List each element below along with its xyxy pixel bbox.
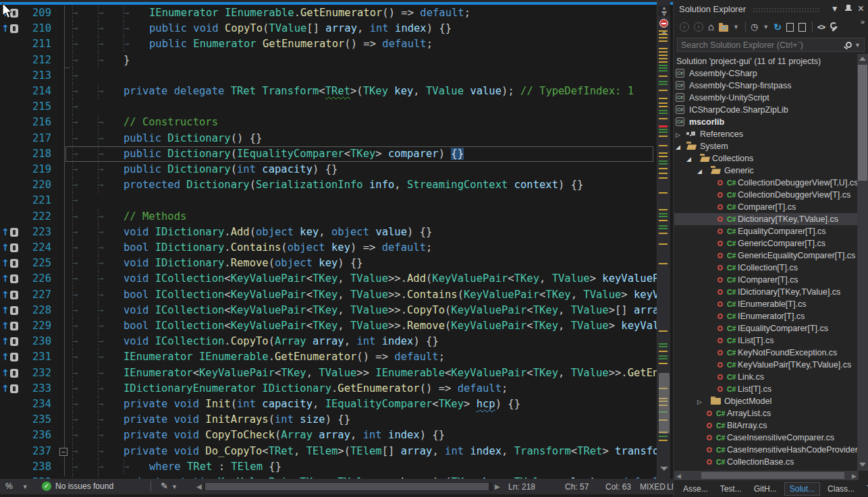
code-line-225[interactable]: ↑225→→void IDictionary.Remove(object key… bbox=[0, 256, 657, 272]
tree-item-icollection-t-cs[interactable]: C#ICollection[T].cs bbox=[674, 262, 859, 274]
tree-item-ienumerable-t-cs[interactable]: C#IEnumerable[T].cs bbox=[674, 298, 859, 310]
interface-implementation-badge-icon[interactable] bbox=[10, 322, 18, 330]
reference-up-arrow-icon[interactable]: ↑ bbox=[1, 320, 9, 331]
code-line-227[interactable]: ↑227→→bool ICollection<KeyValuePair<TKey… bbox=[0, 287, 657, 303]
zoom-percent-control[interactable]: %▼ bbox=[5, 481, 28, 491]
tree-item-caseinsensitivecomparer-cs[interactable]: C#CaseInsensitiveComparer.cs bbox=[674, 432, 859, 444]
tree-item-references[interactable]: ▷References bbox=[674, 128, 859, 140]
tree-item-collectiondebuggerview-t-cs[interactable]: C#CollectionDebuggerView[T].cs bbox=[674, 189, 859, 201]
tree-item-system[interactable]: ◢System bbox=[674, 140, 859, 152]
scrollbar-thumb[interactable] bbox=[659, 373, 670, 434]
formatting-brush-button[interactable]: ✎▼ bbox=[161, 481, 178, 491]
interface-implementation-badge-icon[interactable] bbox=[10, 228, 18, 237]
view-code-icon[interactable]: <> bbox=[817, 22, 825, 32]
code-line-223[interactable]: ↑223→→void IDictionary.Add(object key, o… bbox=[0, 225, 657, 241]
scrollbar-thumb[interactable] bbox=[701, 472, 844, 479]
tree-item-keynotfoundexception-cs[interactable]: C#KeyNotFoundException.cs bbox=[674, 347, 859, 359]
reference-up-arrow-icon[interactable]: ↑ bbox=[1, 383, 9, 394]
code-line-237[interactable]: 237−→→private void Do_CopyTo<TRet, TElem… bbox=[0, 444, 657, 460]
forward-button[interactable]: › bbox=[694, 22, 703, 32]
tree-item-generic[interactable]: ◢Generic bbox=[674, 165, 859, 177]
interface-implementation-badge-icon[interactable] bbox=[10, 337, 18, 346]
tree-item-bitarray-cs[interactable]: C#BitArray.cs bbox=[674, 419, 859, 432]
tree-item-icsharpcode-sharpziplib[interactable]: C#ICSharpCode.SharpZipLib bbox=[674, 104, 859, 116]
fold-collapse-box[interactable]: − bbox=[59, 448, 67, 456]
panel-tab-tea[interactable]: Tea... bbox=[862, 483, 868, 495]
interface-implementation-badge-icon[interactable] bbox=[10, 384, 18, 393]
search-box[interactable]: Search Solution Explorer (Ctrl+¨) ▼ bbox=[677, 38, 865, 52]
tree-item-assembly-csharp[interactable]: C#Assembly-CSharp bbox=[674, 67, 859, 80]
panel-tab-asse[interactable]: Asse... bbox=[678, 483, 713, 495]
tree-item-link-cs[interactable]: C#Link.cs bbox=[674, 371, 859, 383]
code-line-233[interactable]: ↑233→→IDictionaryEnumerator IDictionary.… bbox=[0, 381, 657, 397]
code-line-230[interactable]: ↑230→→void ICollection.CopyTo(Array arra… bbox=[0, 334, 657, 350]
scroll-down-arrow[interactable] bbox=[660, 467, 668, 471]
hscroll-right-arrow[interactable]: ▶ bbox=[852, 473, 857, 479]
tree-item-mscorlib[interactable]: C#mscorlib bbox=[674, 116, 859, 128]
interface-implementation-badge-icon[interactable] bbox=[10, 24, 18, 33]
interface-implementation-badge-icon[interactable] bbox=[10, 243, 18, 252]
panel-tab-class[interactable]: Class... bbox=[823, 483, 859, 495]
tree-item-comparer-t-cs[interactable]: C#Comparer[T].cs bbox=[674, 201, 859, 213]
code-line-220[interactable]: 220→→protected Dictionary(SerializationI… bbox=[0, 177, 657, 194]
code-line-209[interactable]: ↑209→→→IEnumerator IEnumerable.GetEnumer… bbox=[0, 5, 657, 22]
chevron-down-icon[interactable]: ▼ bbox=[763, 22, 769, 32]
code-line-229[interactable]: ↑229→→bool ICollection<KeyValuePair<TKey… bbox=[0, 318, 657, 334]
tree-horizontal-scrollbar[interactable]: ◀ ▶ bbox=[674, 471, 859, 480]
code-line-238[interactable]: 238→→→where TRet : TElem {} bbox=[0, 459, 657, 475]
code-line-235[interactable]: 235→→private void InitArrays(int size) {… bbox=[0, 412, 657, 428]
interface-implementation-badge-icon[interactable] bbox=[10, 369, 18, 378]
panel-tab-gith[interactable]: GitH... bbox=[749, 483, 782, 495]
tree-item-solution-project-gui-11-of-11-projects-[interactable]: Solution 'project-gui' (11 of 11 project… bbox=[674, 55, 859, 67]
scroll-down-arrow[interactable] bbox=[859, 463, 866, 467]
reference-up-arrow-icon[interactable]: ↑ bbox=[1, 368, 9, 378]
reference-up-arrow-icon[interactable]: ↑ bbox=[1, 258, 9, 268]
collapsed-arrow-icon[interactable]: ▷ bbox=[676, 129, 680, 141]
tree-item-keyvaluepair-tkey-tvalue-cs[interactable]: C#KeyValuePair[TKey,TValue].cs bbox=[674, 359, 859, 371]
hscroll-left-arrow[interactable]: ◀ bbox=[676, 473, 681, 479]
hscroll-right-arrow[interactable]: ▶ bbox=[495, 483, 500, 490]
editor-horizontal-scrollbar[interactable] bbox=[204, 482, 493, 491]
collapse-all-icon[interactable] bbox=[786, 23, 794, 32]
reference-up-arrow-icon[interactable]: ↑ bbox=[1, 242, 9, 253]
tree-item-genericequalitycomparer-t-cs[interactable]: C#GenericEqualityComparer[T].cs bbox=[674, 250, 859, 262]
tree-item-collectionbase-cs[interactable]: C#CollectionBase.cs bbox=[674, 456, 859, 468]
solution-explorer-header[interactable]: Solution Explorer ▼ × bbox=[674, 0, 868, 18]
scrollbar-thumb[interactable] bbox=[858, 65, 867, 181]
toolbar-overflow-icon[interactable]: » bbox=[861, 18, 865, 26]
code-line-231[interactable]: ↑231→→IEnumerator IEnumerable.GetEnumera… bbox=[0, 349, 657, 366]
tree-item-icomparer-t-cs[interactable]: C#IComparer[T].cs bbox=[674, 274, 859, 286]
close-icon[interactable]: × bbox=[858, 4, 864, 13]
interface-implementation-badge-icon[interactable] bbox=[10, 353, 18, 361]
code-line-215[interactable]: 215→ bbox=[0, 99, 657, 115]
tree-item-assembly-unityscript[interactable]: C#Assembly-UnityScript bbox=[674, 92, 859, 104]
tree-item-collections[interactable]: ◢Collections bbox=[674, 152, 859, 165]
properties-wrench-icon[interactable] bbox=[830, 22, 839, 32]
collapsed-arrow-icon[interactable]: ▷ bbox=[697, 396, 702, 408]
expanded-arrow-icon[interactable]: ◢ bbox=[686, 153, 691, 165]
code-line-210[interactable]: ↑210→→→public void CopyTo(TValue[] array… bbox=[0, 21, 657, 37]
code-line-213[interactable]: 213→ bbox=[0, 68, 657, 84]
code-line-228[interactable]: ↑228→→void ICollection<KeyValuePair<TKey… bbox=[0, 303, 657, 319]
tree-item-arraylist-cs[interactable]: C#ArrayList.cs bbox=[674, 407, 859, 419]
code-line-226[interactable]: ↑226→→void ICollection<KeyValuePair<TKey… bbox=[0, 271, 657, 287]
tree-item-iequalitycomparer-t-cs[interactable]: C#IEqualityComparer[T].cs bbox=[674, 322, 859, 334]
chevron-down-icon[interactable]: ▼ bbox=[733, 22, 739, 32]
pin-icon[interactable] bbox=[845, 4, 852, 13]
scroll-up-arrow[interactable] bbox=[859, 57, 866, 61]
chevron-down-icon[interactable]: ▼ bbox=[855, 42, 861, 49]
reference-up-arrow-icon[interactable]: ↑ bbox=[1, 289, 9, 300]
interface-implementation-badge-icon[interactable] bbox=[10, 306, 18, 315]
reference-up-arrow-icon[interactable]: ↑ bbox=[1, 273, 9, 284]
interface-implementation-badge-icon[interactable] bbox=[10, 291, 18, 299]
code-line-216[interactable]: 216→→// Constructors bbox=[0, 115, 657, 131]
expanded-arrow-icon[interactable]: ◢ bbox=[697, 165, 702, 177]
interface-implementation-badge-icon[interactable] bbox=[10, 259, 18, 268]
code-line-234[interactable]: 234→→private void Init(int capacity, IEq… bbox=[0, 397, 657, 413]
code-area[interactable]: ↑209→→→IEnumerator IEnumerable.GetEnumer… bbox=[0, 0, 657, 479]
split-editor-handle-icon[interactable]: ▲▬▼ bbox=[658, 5, 670, 16]
switch-views-icon[interactable] bbox=[719, 25, 728, 32]
search-input[interactable]: Search Solution Explorer (Ctrl+¨) bbox=[678, 40, 846, 50]
issues-status[interactable]: No issues found bbox=[55, 481, 113, 491]
tree-vertical-scrollbar[interactable] bbox=[857, 54, 868, 471]
